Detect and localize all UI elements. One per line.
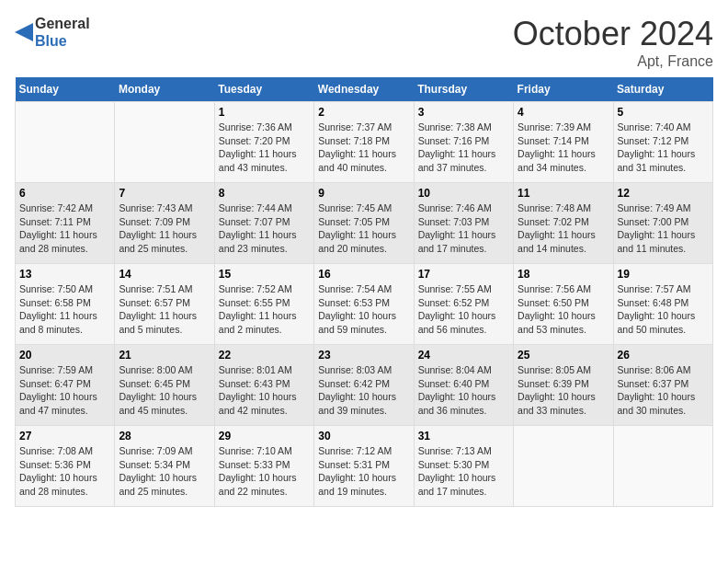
day-number: 3 xyxy=(418,106,509,119)
header-row: SundayMondayTuesdayWednesdayThursdayFrid… xyxy=(16,77,713,102)
day-number: 16 xyxy=(318,268,409,281)
header-cell-saturday: Saturday xyxy=(613,77,712,102)
day-info: Sunrise: 8:03 AMSunset: 6:42 PMDaylight:… xyxy=(318,363,409,418)
calendar-cell: 15Sunrise: 7:52 AMSunset: 6:55 PMDayligh… xyxy=(214,264,313,345)
calendar-week-2: 6Sunrise: 7:42 AMSunset: 7:11 PMDaylight… xyxy=(16,183,713,264)
logo-icon xyxy=(15,16,33,49)
day-number: 4 xyxy=(518,106,609,119)
day-info: Sunrise: 8:01 AMSunset: 6:43 PMDaylight:… xyxy=(219,363,310,418)
svg-marker-0 xyxy=(15,23,33,41)
calendar-cell: 24Sunrise: 8:04 AMSunset: 6:40 PMDayligh… xyxy=(414,345,513,426)
day-number: 1 xyxy=(219,106,310,119)
day-number: 5 xyxy=(618,106,709,119)
header-cell-wednesday: Wednesday xyxy=(314,77,414,102)
calendar-cell: 20Sunrise: 7:59 AMSunset: 6:47 PMDayligh… xyxy=(16,345,115,426)
day-info: Sunrise: 8:00 AMSunset: 6:45 PMDaylight:… xyxy=(119,363,210,418)
header-cell-monday: Monday xyxy=(115,77,214,102)
calendar-cell: 12Sunrise: 7:49 AMSunset: 7:00 PMDayligh… xyxy=(613,183,712,264)
day-info: Sunrise: 7:43 AMSunset: 7:09 PMDaylight:… xyxy=(119,201,210,256)
calendar-cell: 30Sunrise: 7:12 AMSunset: 5:31 PMDayligh… xyxy=(314,426,414,507)
calendar-cell: 18Sunrise: 7:56 AMSunset: 6:50 PMDayligh… xyxy=(514,264,613,345)
day-info: Sunrise: 7:45 AMSunset: 7:05 PMDaylight:… xyxy=(318,201,409,256)
logo-container: General Blue xyxy=(15,15,90,50)
day-number: 30 xyxy=(318,430,409,442)
calendar-cell: 17Sunrise: 7:55 AMSunset: 6:52 PMDayligh… xyxy=(414,264,513,345)
calendar-week-3: 13Sunrise: 7:50 AMSunset: 6:58 PMDayligh… xyxy=(16,264,713,345)
day-info: Sunrise: 8:06 AMSunset: 6:37 PMDaylight:… xyxy=(618,363,709,418)
day-info: Sunrise: 7:10 AMSunset: 5:33 PMDaylight:… xyxy=(219,444,310,499)
calendar-week-4: 20Sunrise: 7:59 AMSunset: 6:47 PMDayligh… xyxy=(16,345,713,426)
calendar-cell: 21Sunrise: 8:00 AMSunset: 6:45 PMDayligh… xyxy=(115,345,214,426)
calendar-cell: 5Sunrise: 7:40 AMSunset: 7:12 PMDaylight… xyxy=(613,102,712,183)
calendar-cell: 26Sunrise: 8:06 AMSunset: 6:37 PMDayligh… xyxy=(613,345,712,426)
day-number: 24 xyxy=(418,349,509,362)
calendar-cell: 16Sunrise: 7:54 AMSunset: 6:53 PMDayligh… xyxy=(314,264,414,345)
page-header: General Blue October 2024 Apt, France xyxy=(15,15,713,70)
day-number: 2 xyxy=(318,106,409,119)
day-number: 8 xyxy=(219,187,310,200)
calendar-cell: 13Sunrise: 7:50 AMSunset: 6:58 PMDayligh… xyxy=(16,264,115,345)
day-info: Sunrise: 7:37 AMSunset: 7:18 PMDaylight:… xyxy=(318,121,409,175)
day-info: Sunrise: 7:54 AMSunset: 6:53 PMDaylight:… xyxy=(318,282,409,337)
day-info: Sunrise: 7:40 AMSunset: 7:12 PMDaylight:… xyxy=(618,121,709,175)
calendar-cell: 6Sunrise: 7:42 AMSunset: 7:11 PMDaylight… xyxy=(16,183,115,264)
day-number: 21 xyxy=(119,349,210,362)
header-cell-tuesday: Tuesday xyxy=(214,77,313,102)
calendar-cell: 14Sunrise: 7:51 AMSunset: 6:57 PMDayligh… xyxy=(115,264,214,345)
calendar-week-5: 27Sunrise: 7:08 AMSunset: 5:36 PMDayligh… xyxy=(16,426,713,507)
calendar-cell xyxy=(613,426,712,507)
day-info: Sunrise: 7:08 AMSunset: 5:36 PMDaylight:… xyxy=(19,444,110,499)
day-info: Sunrise: 7:42 AMSunset: 7:11 PMDaylight:… xyxy=(19,201,110,256)
month-year-heading: October 2024 xyxy=(513,15,713,53)
day-info: Sunrise: 7:49 AMSunset: 7:00 PMDaylight:… xyxy=(618,201,709,256)
day-info: Sunrise: 7:38 AMSunset: 7:16 PMDaylight:… xyxy=(418,121,509,175)
day-number: 6 xyxy=(19,187,110,200)
header-cell-sunday: Sunday xyxy=(16,77,115,102)
day-number: 25 xyxy=(518,349,609,362)
calendar-cell: 29Sunrise: 7:10 AMSunset: 5:33 PMDayligh… xyxy=(214,426,313,507)
day-number: 19 xyxy=(618,268,709,281)
day-number: 23 xyxy=(318,349,409,362)
day-info: Sunrise: 7:52 AMSunset: 6:55 PMDaylight:… xyxy=(219,282,310,337)
day-number: 22 xyxy=(219,349,310,362)
day-number: 31 xyxy=(418,430,509,442)
logo: General Blue xyxy=(15,15,90,50)
month-title-block: October 2024 Apt, France xyxy=(513,15,713,70)
header-cell-friday: Friday xyxy=(514,77,613,102)
day-info: Sunrise: 7:57 AMSunset: 6:48 PMDaylight:… xyxy=(618,282,709,337)
calendar-cell: 25Sunrise: 8:05 AMSunset: 6:39 PMDayligh… xyxy=(514,345,613,426)
day-info: Sunrise: 7:13 AMSunset: 5:30 PMDaylight:… xyxy=(418,444,509,499)
day-info: Sunrise: 8:04 AMSunset: 6:40 PMDaylight:… xyxy=(418,363,509,418)
day-number: 20 xyxy=(19,349,110,362)
location-heading: Apt, France xyxy=(513,53,713,70)
calendar-cell: 11Sunrise: 7:48 AMSunset: 7:02 PMDayligh… xyxy=(514,183,613,264)
day-info: Sunrise: 7:59 AMSunset: 6:47 PMDaylight:… xyxy=(19,363,110,418)
day-number: 26 xyxy=(618,349,709,362)
calendar-cell: 8Sunrise: 7:44 AMSunset: 7:07 PMDaylight… xyxy=(214,183,313,264)
calendar-table: SundayMondayTuesdayWednesdayThursdayFrid… xyxy=(15,77,713,507)
calendar-cell: 1Sunrise: 7:36 AMSunset: 7:20 PMDaylight… xyxy=(214,102,313,183)
day-info: Sunrise: 7:44 AMSunset: 7:07 PMDaylight:… xyxy=(219,201,310,256)
day-number: 17 xyxy=(418,268,509,281)
day-info: Sunrise: 7:51 AMSunset: 6:57 PMDaylight:… xyxy=(119,282,210,337)
calendar-cell xyxy=(514,426,613,507)
calendar-cell: 2Sunrise: 7:37 AMSunset: 7:18 PMDaylight… xyxy=(314,102,414,183)
day-info: Sunrise: 7:50 AMSunset: 6:58 PMDaylight:… xyxy=(19,282,110,337)
calendar-cell: 22Sunrise: 8:01 AMSunset: 6:43 PMDayligh… xyxy=(214,345,313,426)
calendar-header: SundayMondayTuesdayWednesdayThursdayFrid… xyxy=(16,77,713,102)
logo-general: General xyxy=(35,15,90,32)
calendar-cell: 23Sunrise: 8:03 AMSunset: 6:42 PMDayligh… xyxy=(314,345,414,426)
day-info: Sunrise: 7:09 AMSunset: 5:34 PMDaylight:… xyxy=(119,444,210,499)
day-number: 28 xyxy=(119,430,210,442)
day-number: 29 xyxy=(219,430,310,442)
day-number: 11 xyxy=(518,187,609,200)
day-info: Sunrise: 7:46 AMSunset: 7:03 PMDaylight:… xyxy=(418,201,509,256)
calendar-cell: 19Sunrise: 7:57 AMSunset: 6:48 PMDayligh… xyxy=(613,264,712,345)
day-info: Sunrise: 7:39 AMSunset: 7:14 PMDaylight:… xyxy=(518,121,609,175)
day-info: Sunrise: 7:56 AMSunset: 6:50 PMDaylight:… xyxy=(518,282,609,337)
calendar-cell: 10Sunrise: 7:46 AMSunset: 7:03 PMDayligh… xyxy=(414,183,513,264)
calendar-cell: 4Sunrise: 7:39 AMSunset: 7:14 PMDaylight… xyxy=(514,102,613,183)
day-number: 13 xyxy=(19,268,110,281)
calendar-week-1: 1Sunrise: 7:36 AMSunset: 7:20 PMDaylight… xyxy=(16,102,713,183)
calendar-cell: 9Sunrise: 7:45 AMSunset: 7:05 PMDaylight… xyxy=(314,183,414,264)
